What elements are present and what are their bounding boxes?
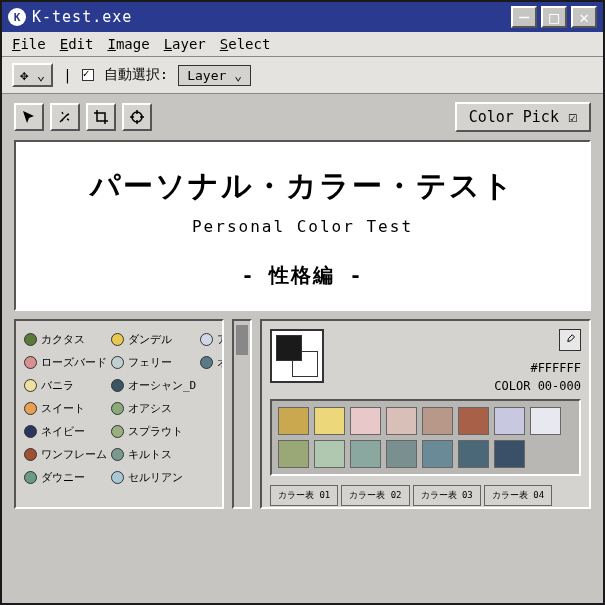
divider: | xyxy=(63,67,71,83)
scroll-thumb[interactable] xyxy=(236,325,248,355)
color-item[interactable]: キルトス xyxy=(111,444,196,464)
menu-file[interactable]: File xyxy=(12,36,46,52)
palette-swatch[interactable] xyxy=(314,407,345,435)
color-item[interactable]: ワンフレーム xyxy=(24,444,107,464)
hero-panel: パーソナル・カラー・テスト Personal Color Test - 性格編 … xyxy=(14,140,591,311)
palette-swatch[interactable] xyxy=(458,407,489,435)
color-name: セルリアン xyxy=(128,470,183,485)
layer-select[interactable]: Layer ⌄ xyxy=(178,65,251,86)
color-name: バニラ xyxy=(41,378,74,393)
scrollbar[interactable] xyxy=(232,319,252,509)
color-name: オーシャン_B xyxy=(217,355,224,370)
palette-swatch[interactable] xyxy=(350,440,381,468)
color-name: ネイビー xyxy=(41,424,85,439)
fg-bg-swatch[interactable] xyxy=(270,329,324,383)
palette-tab[interactable]: カラー表 01 xyxy=(270,485,338,506)
swatch-icon xyxy=(24,379,37,392)
color-name: フェリー xyxy=(128,355,172,370)
swatch-icon xyxy=(111,379,124,392)
palette-swatch[interactable] xyxy=(278,440,309,468)
color-name: ローズバード xyxy=(41,355,107,370)
color-name: アリス xyxy=(217,332,224,347)
target-tool[interactable] xyxy=(122,103,152,131)
color-item[interactable]: オーシャン_B xyxy=(200,352,224,372)
palette-tab[interactable]: カラー表 03 xyxy=(413,485,481,506)
swatch-icon xyxy=(200,356,213,369)
swatch-icon xyxy=(24,471,37,484)
minimize-button[interactable]: ─ xyxy=(511,6,537,28)
color-item[interactable]: スプラウト xyxy=(111,421,196,441)
palette-tab[interactable]: カラー表 02 xyxy=(341,485,409,506)
color-name: ダンデル xyxy=(128,332,172,347)
palette-swatch[interactable] xyxy=(458,440,489,468)
swatch-icon xyxy=(24,448,37,461)
menu-edit[interactable]: Edit xyxy=(60,36,94,52)
pointer-tool[interactable] xyxy=(14,103,44,131)
color-name: キルトス xyxy=(128,447,172,462)
palette-swatch[interactable] xyxy=(422,407,453,435)
palette-swatch[interactable] xyxy=(314,440,345,468)
swatch-icon xyxy=(111,333,124,346)
swatch-icon xyxy=(24,402,37,415)
autoselect-label: 自動選択: xyxy=(104,66,168,84)
swatch-icon xyxy=(200,333,213,346)
color-item[interactable]: オアシス xyxy=(111,398,196,418)
color-name: スプラウト xyxy=(128,424,183,439)
swatch-grid xyxy=(270,399,581,476)
swatch-icon xyxy=(111,471,124,484)
color-item[interactable]: スイート xyxy=(24,398,107,418)
palette-swatch[interactable] xyxy=(386,440,417,468)
menu-select[interactable]: Select xyxy=(220,36,271,52)
menu-image[interactable]: Image xyxy=(107,36,149,52)
palette-swatch[interactable] xyxy=(494,440,525,468)
palette-tab[interactable]: カラー表 04 xyxy=(484,485,552,506)
color-item[interactable]: カクタス xyxy=(24,329,107,349)
palette-swatch[interactable] xyxy=(350,407,381,435)
menu-layer[interactable]: Layer xyxy=(164,36,206,52)
color-picker-panel: #FFFFFF COLOR 00-000 カラー表 01カラー表 02カラー表 … xyxy=(260,319,591,509)
swatch-icon xyxy=(111,425,124,438)
autoselect-checkbox[interactable] xyxy=(82,69,94,81)
menubar: File Edit Image Layer Select xyxy=(2,32,603,57)
hero-section: - 性格編 - xyxy=(26,262,579,289)
color-code: COLOR 00-000 xyxy=(494,379,581,393)
move-tool-options[interactable]: ✥ ⌄ xyxy=(12,63,53,87)
foreground-color[interactable] xyxy=(276,335,302,361)
wand-tool[interactable] xyxy=(50,103,80,131)
swatch-icon xyxy=(24,356,37,369)
color-item[interactable]: ローズバード xyxy=(24,352,107,372)
color-item[interactable]: フェリー xyxy=(111,352,196,372)
palette-swatch[interactable] xyxy=(278,407,309,435)
color-name: スイート xyxy=(41,401,85,416)
color-name: オアシス xyxy=(128,401,172,416)
crop-tool[interactable] xyxy=(86,103,116,131)
palette-swatch[interactable] xyxy=(494,407,525,435)
maximize-button[interactable]: □ xyxy=(541,6,567,28)
color-name: カクタス xyxy=(41,332,85,347)
color-pick-label: Color Pick ☑ xyxy=(469,108,577,126)
color-item[interactable]: ダウニー xyxy=(24,467,107,487)
eyedropper-button[interactable] xyxy=(559,329,581,351)
swatch-icon xyxy=(111,448,124,461)
palette-swatch[interactable] xyxy=(422,440,453,468)
color-name: ダウニー xyxy=(41,470,85,485)
swatch-icon xyxy=(24,425,37,438)
palette-swatch[interactable] xyxy=(530,407,561,435)
color-pick-button[interactable]: Color Pick ☑ xyxy=(455,102,591,132)
color-name: ワンフレーム xyxy=(41,447,107,462)
swatch-icon xyxy=(111,356,124,369)
color-item[interactable]: ネイビー xyxy=(24,421,107,441)
color-item[interactable]: アリス xyxy=(200,329,224,349)
color-item[interactable]: バニラ xyxy=(24,375,107,395)
color-list-panel: カクタスローズバードバニラスイートネイビーワンフレームダウニーダンデルフェリーオ… xyxy=(14,319,224,509)
options-bar: ✥ ⌄ | 自動選択: Layer ⌄ xyxy=(2,57,603,94)
color-item[interactable]: オーシャン_D xyxy=(111,375,196,395)
close-button[interactable]: ✕ xyxy=(571,6,597,28)
app-icon: K xyxy=(8,8,26,26)
palette-swatch[interactable] xyxy=(386,407,417,435)
color-item[interactable]: ダンデル xyxy=(111,329,196,349)
color-item[interactable]: セルリアン xyxy=(111,467,196,487)
titlebar: K K-test.exe ─ □ ✕ xyxy=(2,2,603,32)
hex-value: #FFFFFF xyxy=(530,361,581,375)
swatch-icon xyxy=(111,402,124,415)
